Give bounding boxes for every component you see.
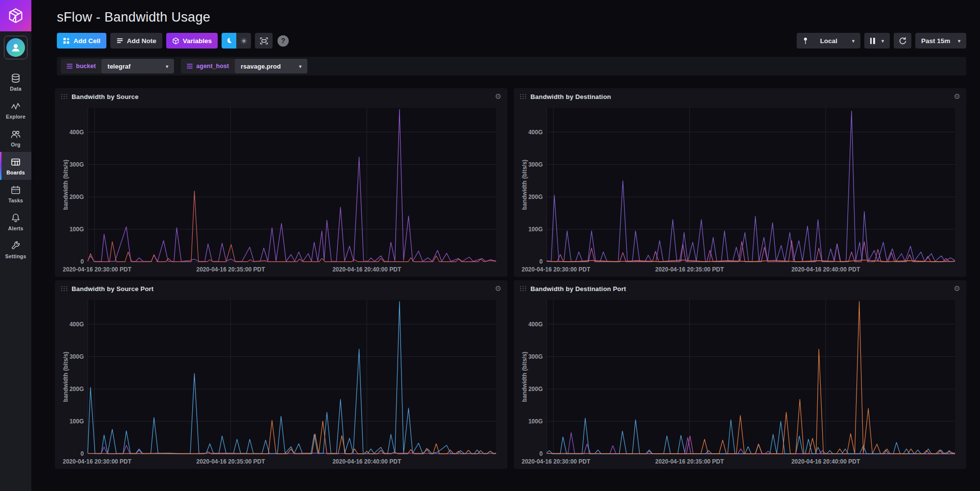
panel-title: Bandwidth by Destination Port — [530, 285, 950, 293]
time-range-label: Past 15m — [921, 37, 950, 45]
variable-agent-host: agent_host rsavage.prod ▾ — [181, 59, 307, 74]
dashboard-grid: Bandwidth by Source ⚙ 0100G200G300G400G2… — [55, 88, 966, 469]
sidebar-item-label: Org — [11, 142, 20, 147]
sidebar-item-org[interactable]: Org — [0, 124, 31, 152]
timezone-dropdown[interactable]: Local ▾ — [797, 33, 860, 49]
add-note-label: Add Note — [127, 37, 156, 45]
chart-canvas[interactable]: 0100G200G300G400G2020-04-16 20:30:00 PDT… — [520, 105, 960, 275]
sidebar-item-label: Tasks — [8, 197, 23, 203]
chart-canvas[interactable]: 0100G200G300G400G2020-04-16 20:30:00 PDT… — [61, 105, 502, 275]
drag-handle-icon[interactable] — [520, 286, 527, 292]
influxdb-logo[interactable] — [0, 0, 31, 31]
variables-bar: bucket telegraf ▾ agent_host rsavage.pro… — [57, 57, 966, 75]
svg-text:0: 0 — [80, 450, 84, 457]
gear-icon[interactable]: ⚙ — [954, 93, 960, 100]
theme-toggle — [222, 33, 251, 49]
svg-text:bandwidth (bits/s): bandwidth (bits/s) — [521, 160, 528, 210]
add-note-button[interactable]: Add Note — [110, 33, 162, 49]
panel-title: Bandwidth by Destination — [530, 93, 950, 100]
main-content: sFlow - Bandwidth Usage Add Cell Add Not… — [31, 0, 980, 491]
user-avatar[interactable] — [4, 36, 27, 59]
variable-value: telegraf — [107, 63, 130, 70]
gear-icon[interactable]: ⚙ — [495, 93, 502, 100]
panel-bandwidth-by-source: Bandwidth by Source ⚙ 0100G200G300G400G2… — [55, 88, 507, 277]
svg-text:400G: 400G — [528, 321, 543, 328]
svg-text:2020-04-16 20:40:00 PDT: 2020-04-16 20:40:00 PDT — [791, 266, 860, 273]
panel-title: Bandwidth by Source Port — [72, 285, 491, 293]
drag-handle-icon[interactable] — [520, 94, 527, 99]
wrench-icon — [10, 241, 21, 251]
variable-agent-host-dropdown[interactable]: rsavage.prod ▾ — [235, 59, 307, 74]
svg-text:100G: 100G — [528, 226, 543, 233]
gear-icon[interactable]: ⚙ — [954, 285, 960, 293]
add-cell-button[interactable]: Add Cell — [57, 33, 106, 49]
chart-canvas[interactable]: 0100G200G300G400G2020-04-16 20:30:00 PDT… — [520, 297, 960, 467]
panel-header: Bandwidth by Destination ⚙ — [520, 88, 960, 105]
svg-text:400G: 400G — [70, 129, 84, 136]
sidebar-item-tasks[interactable]: Tasks — [0, 180, 31, 208]
person-icon — [10, 42, 21, 53]
gear-icon[interactable]: ⚙ — [495, 285, 502, 293]
moon-icon — [226, 37, 232, 44]
sidebar-item-settings[interactable]: Settings — [0, 236, 31, 264]
panel-bandwidth-by-source-port: Bandwidth by Source Port ⚙ 0100G200G300G… — [55, 280, 507, 469]
chevron-down-icon: ▾ — [166, 64, 168, 69]
sidebar-item-label: Explore — [6, 114, 25, 120]
svg-text:100G: 100G — [528, 418, 543, 425]
org-people-icon — [10, 129, 22, 140]
refresh-button[interactable] — [894, 33, 911, 49]
svg-text:300G: 300G — [528, 161, 543, 168]
panel-bandwidth-by-destination: Bandwidth by Destination ⚙ 0100G200G300G… — [514, 88, 966, 277]
variable-bucket-dropdown[interactable]: telegraf ▾ — [101, 59, 174, 74]
presentation-icon — [260, 37, 268, 45]
svg-text:300G: 300G — [70, 353, 84, 360]
pause-refresh-dropdown[interactable]: ▾ — [864, 33, 890, 49]
sidebar: Data Explore Org — [0, 0, 31, 491]
chevron-down-icon: ▾ — [958, 38, 960, 44]
explore-graph-icon — [10, 101, 21, 112]
svg-text:2020-04-16 20:40:00 PDT: 2020-04-16 20:40:00 PDT — [332, 458, 402, 465]
chart-canvas[interactable]: 0100G200G300G400G2020-04-16 20:30:00 PDT… — [61, 297, 502, 467]
chevron-down-icon: ▾ — [881, 38, 884, 44]
svg-text:2020-04-16 20:35:00 PDT: 2020-04-16 20:35:00 PDT — [197, 266, 266, 273]
avatar — [6, 38, 25, 57]
add-cell-icon — [63, 37, 70, 45]
time-range-dropdown[interactable]: Past 15m ▾ — [915, 33, 966, 49]
sidebar-item-label: Boards — [6, 170, 25, 175]
database-icon — [10, 73, 21, 84]
svg-text:200G: 200G — [528, 194, 543, 200]
svg-text:400G: 400G — [70, 321, 84, 328]
refresh-icon — [899, 37, 907, 45]
sidebar-item-alerts[interactable]: Alerts — [0, 208, 31, 236]
variable-value: rsavage.prod — [241, 63, 281, 70]
help-button[interactable]: ? — [277, 35, 289, 47]
variable-icon — [187, 64, 193, 69]
drag-handle-icon[interactable] — [61, 286, 68, 292]
pin-icon — [803, 37, 808, 45]
sun-icon — [240, 37, 248, 45]
variables-label: Variables — [183, 37, 212, 45]
variable-bucket-label: bucket — [61, 63, 101, 70]
sidebar-item-label: Settings — [5, 253, 26, 259]
sidebar-item-boards[interactable]: Boards — [0, 152, 31, 180]
svg-text:2020-04-16 20:30:00 PDT: 2020-04-16 20:30:00 PDT — [522, 458, 591, 465]
sidebar-item-label: Data — [10, 86, 22, 92]
light-mode-sun-toggle[interactable] — [236, 33, 251, 49]
svg-text:200G: 200G — [528, 386, 543, 393]
svg-text:bandwidth (bits/s): bandwidth (bits/s) — [62, 352, 69, 402]
cube-icon — [172, 37, 179, 45]
chevron-down-icon: ▾ — [299, 64, 302, 69]
svg-text:2020-04-16 20:30:00 PDT: 2020-04-16 20:30:00 PDT — [522, 266, 591, 273]
variables-button[interactable]: Variables — [166, 33, 218, 49]
note-lines-icon — [116, 37, 124, 45]
svg-text:100G: 100G — [70, 226, 84, 233]
svg-text:2020-04-16 20:35:00 PDT: 2020-04-16 20:35:00 PDT — [655, 266, 725, 273]
svg-text:2020-04-16 20:35:00 PDT: 2020-04-16 20:35:00 PDT — [655, 458, 725, 465]
svg-text:200G: 200G — [70, 194, 84, 200]
dark-mode-moon-toggle[interactable] — [222, 33, 236, 49]
svg-text:300G: 300G — [70, 161, 84, 168]
presentation-mode-button[interactable] — [255, 33, 273, 49]
drag-handle-icon[interactable] — [61, 94, 68, 99]
sidebar-item-data[interactable]: Data — [0, 68, 31, 96]
sidebar-item-explore[interactable]: Explore — [0, 96, 31, 124]
